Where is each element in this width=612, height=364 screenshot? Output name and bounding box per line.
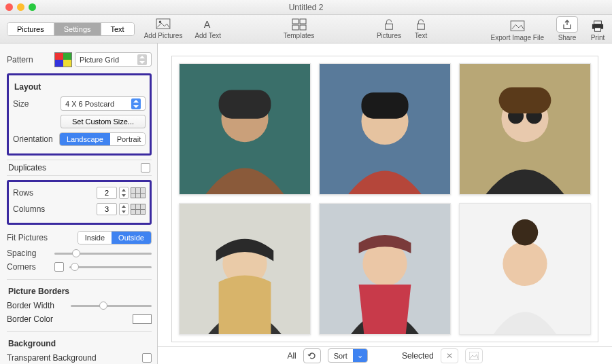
svg-point-1 [159,21,162,24]
svg-rect-3 [292,19,299,24]
size-label: Size [13,99,55,109]
layout-heading: Layout [14,82,146,92]
orientation-toggle[interactable]: Landscape Portrait [59,132,146,146]
share-icon [556,16,578,33]
export-button[interactable]: Export Image File [491,20,544,41]
picture-grid [171,56,598,342]
svg-rect-7 [386,24,393,29]
rows-label: Rows [13,188,55,198]
canvas-footer: All Sort ⌄ Selected ✕ [158,346,612,364]
svg-rect-5 [292,25,299,30]
transparent-bg-checkbox[interactable] [142,353,152,363]
fit-label: Fit Pictures [7,233,49,242]
grid-cell[interactable] [459,203,591,335]
toolbar: Pictures Settings Text Add Pictures A Ad… [0,15,612,43]
columns-label: Columns [13,204,55,214]
corners-label: Corners [7,262,49,272]
transparent-bg-label: Transparent Background [7,353,97,363]
view-tabs: Pictures Settings Text [7,22,135,36]
canvas-area: All Sort ⌄ Selected ✕ [158,43,612,364]
tab-text[interactable]: Text [101,23,134,35]
fit-inside[interactable]: Inside [78,232,112,244]
columns-stepper[interactable] [119,203,129,215]
grid-cell[interactable] [319,63,451,195]
orientation-label: Orientation [13,134,54,144]
svg-rect-8 [418,24,425,29]
settings-panel: Pattern Picture Grid Layout Size 4 X 6 P… [0,43,158,364]
printer-icon [590,20,605,33]
lock-pictures-button[interactable]: Pictures [377,18,401,39]
tab-settings[interactable]: Settings [54,23,101,35]
svg-rect-12 [594,28,600,31]
window-title: Untitled 2 [0,3,612,12]
orientation-portrait[interactable]: Portrait [110,133,146,145]
grid-group-highlight: Rows Columns [7,180,152,225]
svg-point-30 [512,219,538,245]
spacing-slider[interactable] [54,253,152,255]
spacing-label: Spacing [7,249,49,258]
chevron-down-icon: ⌄ [353,349,367,362]
set-custom-size-button[interactable]: Set Custom Size... [61,115,146,128]
svg-rect-15 [219,90,271,118]
titlebar: Untitled 2 [0,0,612,15]
selected-label: Selected [402,351,434,361]
corners-slider[interactable] [69,266,152,268]
svg-rect-18 [361,92,408,118]
browse-selected-button[interactable] [465,348,483,363]
orientation-landscape[interactable]: Landscape [60,133,110,145]
svg-rect-23 [499,88,551,113]
svg-rect-10 [594,21,602,24]
grid-cell[interactable] [319,203,451,335]
delete-selected-button[interactable]: ✕ [441,348,458,363]
border-width-slider[interactable] [71,305,152,307]
image-icon [510,20,525,33]
columns-preview-icon [131,204,146,215]
x-icon: ✕ [446,351,453,361]
sort-dropdown[interactable]: Sort ⌄ [328,348,368,363]
grid-cell[interactable] [179,63,311,195]
pattern-swatch-icon [54,52,72,67]
svg-text:A: A [203,19,210,30]
print-button[interactable]: Print [590,20,605,41]
templates-button[interactable]: Templates [284,18,315,39]
fit-outside[interactable]: Outside [112,232,151,244]
lock-text-button[interactable]: Text [413,18,428,39]
refresh-icon [307,351,317,361]
duplicates-checkbox[interactable] [141,163,150,172]
pattern-select[interactable]: Picture Grid [75,52,152,67]
rows-stepper[interactable] [119,187,129,199]
image-add-icon [156,18,171,31]
svg-rect-4 [300,19,306,24]
border-width-label: Border Width [7,301,65,310]
svg-rect-0 [156,19,170,29]
svg-point-29 [503,242,547,286]
border-color-label: Border Color [7,314,65,324]
unlock-icon [413,18,428,31]
add-text-button[interactable]: A Add Text [194,18,221,39]
svg-rect-9 [511,21,524,31]
all-label: All [287,351,296,361]
tab-pictures[interactable]: Pictures [7,23,54,35]
columns-input[interactable] [97,203,117,215]
grid-icon [292,18,307,31]
add-pictures-button[interactable]: Add Pictures [144,18,183,39]
grid-cell[interactable] [459,63,591,195]
duplicates-label: Duplicates [8,163,46,172]
text-add-icon: A [201,18,216,31]
pattern-label: Pattern [7,55,49,65]
unlock-icon [381,18,396,31]
image-icon [469,352,479,360]
refresh-button[interactable] [303,348,321,363]
background-heading: Background [8,339,152,348]
rows-input[interactable] [97,187,117,199]
corners-checkbox[interactable] [54,262,64,272]
border-color-swatch[interactable] [133,314,152,324]
grid-cell[interactable] [179,203,311,335]
layout-group-highlight: Layout Size 4 X 6 Postcard Set Custom Si… [7,73,152,156]
share-button[interactable]: Share [556,16,578,41]
rows-preview-icon [131,187,146,198]
borders-heading: Picture Borders [8,287,152,296]
fit-toggle[interactable]: Inside Outside [78,231,152,244]
svg-rect-6 [300,25,306,30]
size-select[interactable]: 4 X 6 Postcard [61,96,146,111]
